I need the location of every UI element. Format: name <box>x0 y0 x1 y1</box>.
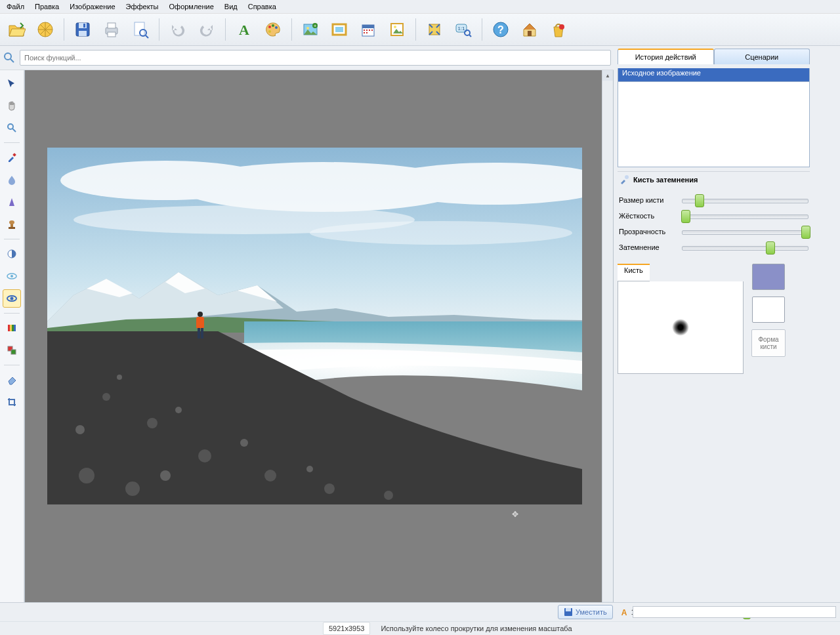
template-button[interactable] <box>385 17 410 42</box>
svg-rect-11 <box>108 32 116 37</box>
color-swatch-2[interactable] <box>752 297 785 323</box>
slider-label: Прозрачность <box>619 228 678 236</box>
svg-rect-87 <box>198 328 200 338</box>
svg-point-39 <box>465 30 470 35</box>
slider-size: Размер кисти <box>619 195 808 205</box>
svg-point-83 <box>75 425 85 434</box>
panel-title: Кисть затемнения <box>618 171 810 188</box>
separator <box>291 18 292 41</box>
insert-image-button[interactable]: + <box>298 17 323 42</box>
right-panel: История действий Сценарии Исходное изобр… <box>614 46 814 623</box>
zoom-tool[interactable] <box>3 119 21 137</box>
svg-point-74 <box>264 470 276 481</box>
svg-point-75 <box>79 468 94 483</box>
tool-palette <box>0 70 24 623</box>
svg-rect-25 <box>335 27 343 32</box>
svg-point-80 <box>175 407 182 413</box>
burn-tool[interactable] <box>3 267 21 285</box>
zoom-100-button[interactable]: 1:1 <box>451 17 476 42</box>
menu-decor[interactable]: Оформление <box>165 1 218 12</box>
menu-view[interactable]: Вид <box>220 1 242 12</box>
burn-brush-icon <box>619 174 629 185</box>
palette-button[interactable] <box>261 17 285 42</box>
fit-button[interactable]: Уместить <box>558 605 613 619</box>
dodge-tool[interactable] <box>3 245 21 263</box>
svg-text:1:1: 1:1 <box>457 26 465 31</box>
help-button[interactable]: ? <box>488 17 513 42</box>
vertical-scrollbar[interactable]: ▲▼ <box>602 70 613 612</box>
svg-rect-8 <box>83 24 85 28</box>
sliders: Размер кисти Жёсткость Прозрачность Зате… <box>618 192 810 256</box>
frame-button[interactable] <box>327 17 352 42</box>
separator <box>415 18 416 41</box>
svg-point-57 <box>10 297 14 300</box>
slider-opacity: Прозрачность <box>619 227 808 236</box>
text-small-icon: A <box>620 607 629 617</box>
slider-hardness-track[interactable] <box>682 211 808 220</box>
text-button[interactable]: A <box>232 17 257 42</box>
brush-tab[interactable]: Кисть <box>618 264 650 281</box>
sharpen-tool[interactable] <box>3 193 21 211</box>
blur-tool[interactable] <box>3 171 21 189</box>
canvas[interactable]: ✥ <box>25 70 613 623</box>
fit-label: Уместить <box>576 608 607 616</box>
eraser-tool[interactable] <box>3 371 21 389</box>
svg-point-35 <box>394 26 396 28</box>
shop-button[interactable] <box>546 17 571 42</box>
tab-scripts[interactable]: Сценарии <box>714 49 810 64</box>
svg-point-55 <box>10 275 13 277</box>
color-swatch-1[interactable] <box>752 264 785 290</box>
svg-text:?: ? <box>497 24 504 35</box>
eye-tool[interactable] <box>3 289 21 308</box>
svg-rect-6 <box>79 23 87 28</box>
home-button[interactable] <box>517 17 542 42</box>
menubar: Файл Правка Изображение Эффекты Оформлен… <box>0 0 840 14</box>
slider-opacity-track[interactable] <box>682 227 808 236</box>
save-button[interactable] <box>70 17 95 42</box>
svg-rect-28 <box>364 30 365 31</box>
svg-text:A: A <box>239 22 249 38</box>
batch-button[interactable] <box>33 17 58 42</box>
svg-rect-33 <box>366 32 368 33</box>
menu-file[interactable]: Файл <box>3 1 28 12</box>
search-input[interactable] <box>20 50 611 66</box>
history-item[interactable]: Исходное изображение <box>618 68 809 82</box>
print-button[interactable] <box>99 17 124 42</box>
fill-tool[interactable] <box>3 341 21 359</box>
brush-shape-button[interactable]: Форма кисти <box>751 329 786 357</box>
pointer-tool[interactable] <box>3 74 21 92</box>
svg-point-77 <box>324 483 335 494</box>
history-list[interactable]: Исходное изображение <box>618 68 810 167</box>
slider-label: Размер кисти <box>619 196 678 204</box>
svg-point-18 <box>275 26 278 29</box>
crop-tool[interactable] <box>3 393 21 411</box>
svg-rect-59 <box>10 325 12 331</box>
save-small-icon <box>564 607 573 617</box>
preview-button[interactable] <box>128 17 153 42</box>
menu-effects[interactable]: Эффекты <box>122 1 163 12</box>
redo-button[interactable] <box>194 17 219 42</box>
svg-point-86 <box>198 312 203 317</box>
search-row <box>0 46 614 70</box>
search-icon <box>3 51 16 64</box>
open-button[interactable] <box>4 17 29 42</box>
calendar-button[interactable] <box>356 17 381 42</box>
hand-tool[interactable] <box>3 96 21 115</box>
tab-history[interactable]: История действий <box>618 49 714 64</box>
svg-point-78 <box>384 491 393 500</box>
svg-rect-27 <box>362 25 374 28</box>
svg-rect-50 <box>9 227 15 229</box>
slider-size-track[interactable] <box>682 195 808 205</box>
fit-screen-button[interactable] <box>422 17 447 42</box>
menu-edit[interactable]: Правка <box>31 1 63 12</box>
undo-button[interactable] <box>165 17 190 42</box>
svg-rect-91 <box>566 608 571 611</box>
history-tabs: История действий Сценарии <box>618 49 810 64</box>
status-bottom: 5921x3953 Используйте колесо прокрутки д… <box>0 621 840 635</box>
eyedropper-tool[interactable] <box>3 148 21 167</box>
gradient-tool[interactable] <box>3 319 21 337</box>
menu-help[interactable]: Справка <box>244 1 280 12</box>
stamp-tool[interactable] <box>3 215 21 234</box>
menu-image[interactable]: Изображение <box>66 1 119 12</box>
slider-darken-track[interactable] <box>682 243 808 252</box>
